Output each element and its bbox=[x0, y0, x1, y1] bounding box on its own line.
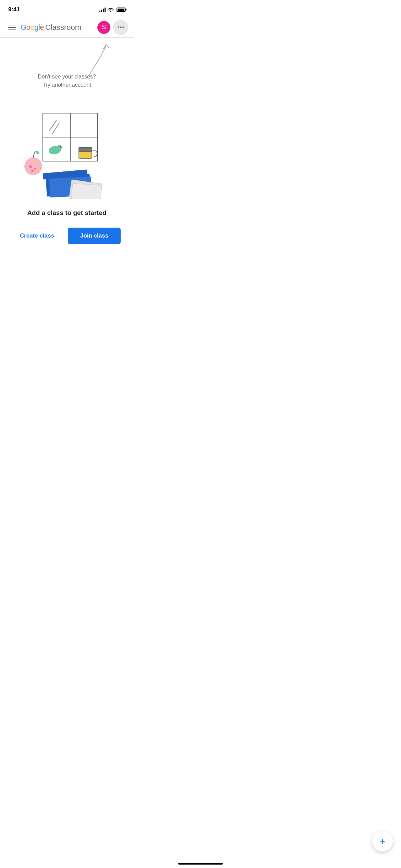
illustration-area bbox=[0, 93, 134, 202]
status-icons bbox=[99, 7, 125, 13]
hamburger-line bbox=[8, 25, 16, 25]
dot-icon bbox=[118, 26, 119, 28]
status-time: 9:41 bbox=[8, 6, 20, 13]
menu-button[interactable] bbox=[5, 21, 19, 34]
switch-account-button[interactable] bbox=[113, 20, 128, 35]
cta-section: Add a class to get started Create class … bbox=[0, 202, 134, 254]
svg-rect-18 bbox=[71, 183, 101, 199]
cta-buttons: Create class Join class bbox=[13, 228, 121, 244]
classroom-title-text: Classroom bbox=[45, 23, 81, 32]
svg-point-11 bbox=[29, 165, 32, 168]
google-logo-text: Google bbox=[21, 23, 44, 32]
dot-icon bbox=[120, 26, 122, 28]
svg-point-12 bbox=[34, 168, 36, 170]
cta-title: Add a class to get started bbox=[27, 209, 106, 217]
svg-rect-9 bbox=[79, 147, 92, 152]
hint-area: Don't see your classes? Try another acco… bbox=[0, 38, 134, 93]
wifi-icon bbox=[108, 7, 114, 13]
join-class-button[interactable]: Join class bbox=[68, 228, 121, 244]
svg-point-7 bbox=[60, 146, 61, 147]
create-class-button[interactable]: Create class bbox=[13, 228, 61, 244]
signal-icon bbox=[99, 7, 106, 12]
svg-point-10 bbox=[24, 157, 42, 175]
empty-state-illustration bbox=[15, 99, 118, 199]
header: Google Classroom S bbox=[0, 17, 134, 38]
hint-text: Don't see your classes? Try another acco… bbox=[38, 73, 96, 89]
status-bar: 9:41 bbox=[0, 0, 134, 17]
user-avatar[interactable]: S bbox=[97, 21, 110, 34]
svg-point-6 bbox=[57, 145, 62, 150]
hamburger-line bbox=[8, 29, 16, 30]
battery-icon bbox=[117, 8, 125, 12]
svg-point-13 bbox=[32, 170, 34, 172]
hamburger-line bbox=[8, 27, 16, 28]
app-title: Google Classroom bbox=[21, 23, 97, 32]
dot-icon bbox=[122, 26, 124, 28]
header-actions: S bbox=[97, 20, 128, 35]
